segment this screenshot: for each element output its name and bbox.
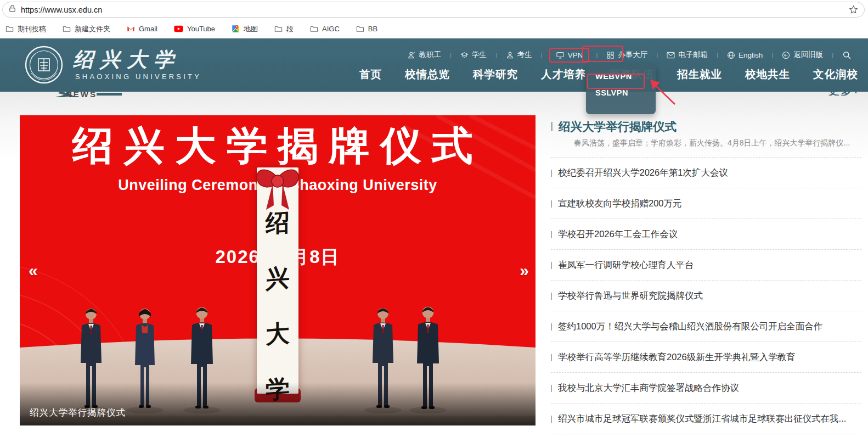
utility-nav-item[interactable]: 办事大厅 xyxy=(589,47,650,63)
bookmark-star-icon[interactable] xyxy=(848,4,859,15)
featured-news-item[interactable]: 绍兴大学举行揭牌仪式 春风浩荡，盛事启章；学府焕彩，薪火传扬。4月8日上午，绍兴… xyxy=(551,119,861,158)
bookmark-item[interactable]: 段 xyxy=(274,24,294,34)
youtube-icon xyxy=(174,25,183,32)
main-nav-item[interactable]: 文化润校 xyxy=(813,67,858,82)
folder-icon xyxy=(274,25,283,33)
university-name-en: SHAOXING UNIVERSITY xyxy=(75,72,201,81)
utility-nav-label: 返回旧版 xyxy=(793,50,823,60)
bookmark-label: 段 xyxy=(286,24,294,34)
grid-icon xyxy=(606,51,615,59)
bookmark-item[interactable]: 期刊投稿 xyxy=(5,24,46,34)
news-item-title: 崔凤军一行调研学校心理育人平台 xyxy=(558,259,694,271)
news-item-title: 签约1000万！绍兴大学与会稽山绍兴酒股份有限公司开启全面合作 xyxy=(558,321,822,333)
ribbon-bow xyxy=(251,157,305,223)
item-bar xyxy=(551,262,552,269)
item-bar xyxy=(551,170,552,177)
utility-nav-label: 教职工 xyxy=(419,50,442,60)
monitor-icon xyxy=(556,51,565,59)
folder-icon xyxy=(356,25,364,33)
featured-bar xyxy=(551,122,553,131)
search-icon xyxy=(842,51,852,60)
utility-nav-item[interactable]: 电子邮箱 xyxy=(650,47,710,63)
main-nav-item[interactable]: 科学研究 xyxy=(473,67,518,82)
news-list-item[interactable]: 宣建耿校友向学校捐赠200万元 xyxy=(551,188,861,219)
news-carousel-slide[interactable]: 绍兴大学揭牌仪式 Unveiling Ceremony of Shaoxing … xyxy=(20,115,536,425)
scroll-character: 大 xyxy=(266,317,290,351)
utility-nav-item[interactable]: 考生 xyxy=(489,47,534,63)
bookmark-label: 期刊投稿 xyxy=(18,24,46,34)
utility-nav-item[interactable]: 返回旧版 xyxy=(765,47,825,63)
grad-cap-icon xyxy=(460,51,469,59)
news-list-item[interactable]: 崔凤军一行调研学校心理育人平台 xyxy=(551,250,861,281)
featured-news-summary: 春风浩荡，盛事启章；学府焕彩，薪火传扬。4月8日上午，绍兴大学举行揭牌仪... xyxy=(574,138,861,148)
folder-icon xyxy=(310,25,318,33)
address-bar-row: https://www.usx.edu.cn xyxy=(0,0,868,20)
bookmarks-bar: 期刊投稿 新建文件夹 Gmail YouTube 地图 段 AIGC xyxy=(0,20,868,38)
carousel-caption: 绍兴大学举行揭牌仪式 xyxy=(30,407,126,419)
mail-icon xyxy=(667,52,675,59)
utility-nav-item[interactable] xyxy=(825,47,857,63)
caption-gradient xyxy=(20,383,536,425)
main-nav-item[interactable]: 人才培养 xyxy=(541,67,586,82)
bookmark-label: AIGC xyxy=(322,25,340,33)
item-bar xyxy=(551,323,552,331)
main-nav-item[interactable]: 校情总览 xyxy=(405,67,450,82)
featured-news-title: 绍兴大学举行揭牌仪式 xyxy=(559,119,677,135)
news-list-item[interactable]: 绍兴市城市足球冠军联赛颁奖仪式暨浙江省城市足球联赛出征仪式在我... xyxy=(551,404,861,434)
news-item-title: 我校与北京大学汇丰商学院签署战略合作协议 xyxy=(558,382,739,394)
globe-icon xyxy=(727,51,735,59)
news-list-item[interactable]: 我校与北京大学汇丰商学院签署战略合作协议 xyxy=(551,373,861,404)
main-nav-item[interactable]: 招生就业 xyxy=(677,67,722,82)
bookmark-item[interactable]: 地图 xyxy=(232,24,258,34)
url-text: https://www.usx.edu.cn xyxy=(21,5,848,14)
bookmark-item[interactable]: YouTube xyxy=(174,25,215,33)
utility-nav-label: VPN xyxy=(568,51,583,59)
news-list-item[interactable]: 校纪委召开绍兴大学2026年第1次扩大会议 xyxy=(551,158,861,188)
bookmark-item[interactable]: BB xyxy=(356,25,377,33)
utility-nav-item[interactable]: English xyxy=(710,48,765,63)
more-link-clipped[interactable]: 更多+ xyxy=(828,92,863,96)
utility-nav-label: English xyxy=(739,51,763,59)
news-list-item[interactable]: 学校举行鲁迅与世界研究院揭牌仪式 xyxy=(551,281,861,311)
utility-nav-label: 电子邮箱 xyxy=(678,50,708,60)
bookmark-label: YouTube xyxy=(187,25,215,33)
bookmark-item[interactable]: Gmail xyxy=(127,25,157,33)
vpn-dropdown-item[interactable]: SSLVPN xyxy=(586,81,656,97)
university-name-cn: 绍兴大学 xyxy=(73,46,181,74)
news-list-item[interactable]: 学校举行高等学历继续教育2026级新生开学典礼暨入学教育 xyxy=(551,342,861,373)
utility-nav-label: 考生 xyxy=(517,50,532,60)
site-header: 绍兴大学 SHAOXING UNIVERSITY 教职工 学生 xyxy=(0,38,868,92)
item-bar xyxy=(551,200,552,208)
main-nav-item[interactable]: 校地共生 xyxy=(745,67,790,82)
bookmark-item[interactable]: 新建文件夹 xyxy=(63,24,110,34)
utility-nav-label: 办事大厅 xyxy=(618,50,647,60)
news-item-title: 绍兴市城市足球冠军联赛颁奖仪式暨浙江省城市足球联赛出征仪式在我... xyxy=(558,413,846,425)
carousel-next-button[interactable]: » xyxy=(520,261,529,280)
item-bar xyxy=(551,416,552,423)
utility-nav-item[interactable]: 教职工 xyxy=(405,47,444,63)
utility-nav-item[interactable]: VPN xyxy=(534,50,590,60)
browser-window: https://www.usx.edu.cn 期刊投稿 新建文件夹 Gmail … xyxy=(0,0,868,448)
news-list-item[interactable]: 学校召开2026年工会工作会议 xyxy=(551,219,861,250)
person-icon xyxy=(506,51,514,59)
bookmark-label: 新建文件夹 xyxy=(75,24,110,34)
main-nav-item[interactable]: 首页 xyxy=(359,67,382,82)
utility-nav-item[interactable]: 学生 xyxy=(443,47,489,63)
maps-icon xyxy=(232,25,240,33)
news-list-item[interactable]: 签约1000万！绍兴大学与会稽山绍兴酒股份有限公司开启全面合作 xyxy=(551,311,861,342)
university-seal xyxy=(25,46,63,86)
item-bar xyxy=(551,231,552,238)
section-title-underline xyxy=(97,93,122,96)
carousel-prev-button[interactable]: « xyxy=(29,261,38,280)
news-list: 校纪委召开绍兴大学2026年第1次扩大会议 宣建耿校友向学校捐赠200万元 学校… xyxy=(551,158,861,434)
bookmark-label: BB xyxy=(368,25,377,33)
bookmark-item[interactable]: AIGC xyxy=(310,25,340,33)
vpn-dropdown-item[interactable]: WEBVPN xyxy=(586,64,656,81)
item-bar xyxy=(551,385,552,392)
vpn-dropdown: WEBVPNSSLVPN xyxy=(586,64,656,114)
utility-nav: 教职工 学生 考生 VPN xyxy=(405,47,857,63)
lock-icon xyxy=(8,4,16,15)
url-input[interactable]: https://www.usx.edu.cn xyxy=(2,2,865,18)
bookmark-label: 地图 xyxy=(244,24,258,34)
item-bar xyxy=(551,293,552,300)
